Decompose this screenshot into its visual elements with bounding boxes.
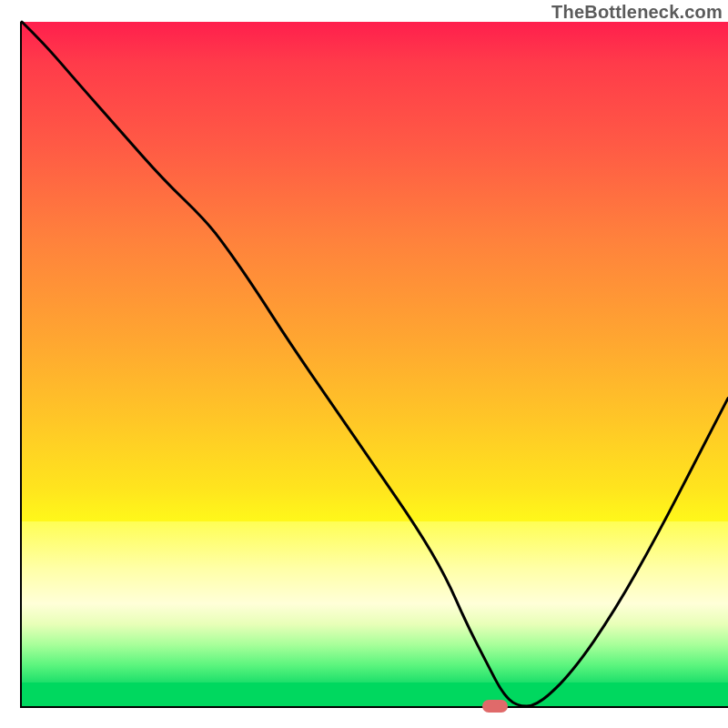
optimum-marker [482,700,508,713]
chart-container: TheBottleneck.com [0,0,728,728]
watermark-text: TheBottleneck.com [551,2,723,23]
bottleneck-curve [22,22,728,706]
curve-path [22,22,728,706]
x-axis [20,706,728,708]
